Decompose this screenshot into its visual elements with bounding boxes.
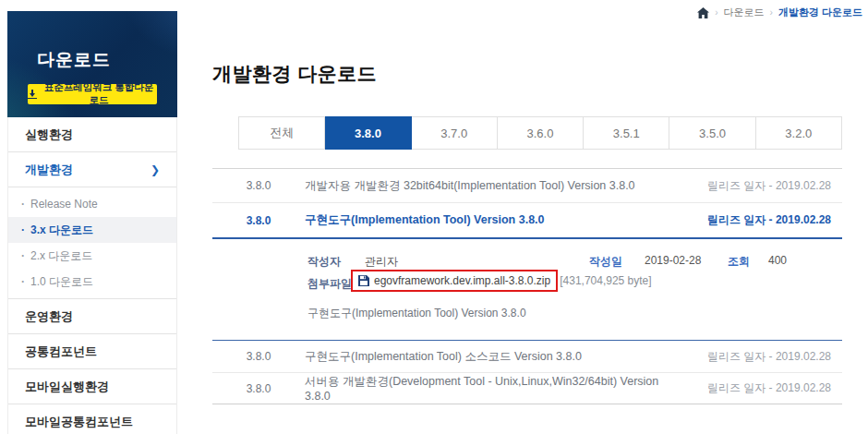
- sidebar-subitem-label: 2.x 다운로드: [30, 248, 92, 264]
- sidebar-subitem-10-download[interactable]: 1.0 다운로드: [8, 269, 176, 295]
- tab-3-5-0[interactable]: 3.5.0: [669, 116, 755, 150]
- row-title: 개발자용 개발환경 32bit64bit(Implementation Tool…: [305, 178, 671, 194]
- sidebar-subitem-label: 3.x 다운로드: [30, 223, 93, 238]
- sidebar: 다운로드 표준프레임워크 통합다운로드 실행환경 개발환경 ❯ Release …: [7, 11, 177, 434]
- attachment-size: [431,704,925 byte]: [560, 274, 651, 287]
- tab-3-7-0[interactable]: 3.7.0: [412, 116, 498, 150]
- post-body-text: 구현도구(Implementation Tool) Version 3.8.0: [307, 306, 526, 321]
- tab-all[interactable]: 전체: [238, 116, 325, 150]
- views-label: 조회: [728, 254, 750, 270]
- row-version: 3.8.0: [212, 179, 305, 192]
- sidebar-item-label: 실행환경: [25, 127, 73, 143]
- download-icon: [28, 90, 37, 99]
- sidebar-item-label: 모바일실행환경: [25, 379, 109, 395]
- table-row[interactable]: 3.8.0 개발자용 개발환경 32bit64bit(Implementatio…: [212, 169, 842, 203]
- sidebar-subitem-release-note[interactable]: Release Note: [8, 191, 176, 217]
- row-detail-panel: 작성자 관리자 작성일 2019-02-28 조회 400 첨부파일 egovf…: [212, 239, 842, 341]
- tab-3-6-0[interactable]: 3.6.0: [498, 116, 584, 150]
- attachment-filename: egovframework.dev.imp.all-3.8.0.zip: [374, 274, 550, 287]
- download-list: 3.8.0 개발자용 개발환경 32bit64bit(Implementatio…: [212, 168, 842, 404]
- floppy-disk-icon: [358, 275, 369, 286]
- author-label: 작성자: [307, 254, 341, 270]
- tab-3-5-1[interactable]: 3.5.1: [584, 116, 669, 150]
- row-release-date: 릴리즈 일자 - 2019.02.28: [671, 178, 842, 194]
- sidebar-item-mobile-common-component[interactable]: 모바일공통컴포넌트: [8, 404, 176, 434]
- breadcrumb-separator: ›: [770, 7, 773, 18]
- sidebar-header: 다운로드 표준프레임워크 통합다운로드: [7, 11, 177, 117]
- sidebar-item-dev-env[interactable]: 개발환경 ❯: [8, 152, 176, 187]
- row-title: 구현도구(Implementation Tool) 소스코드 Version 3…: [305, 349, 671, 365]
- breadcrumb-separator: ›: [715, 7, 717, 18]
- write-date-label: 작성일: [589, 254, 622, 270]
- sidebar-item-label: 운영환경: [25, 308, 73, 325]
- table-row[interactable]: 3.8.0 구현도구(Implementation Tool) 소스코드 Ver…: [212, 341, 842, 373]
- tab-3-8-0[interactable]: 3.8.0: [325, 116, 411, 150]
- tab-3-2-0[interactable]: 3.2.0: [756, 116, 842, 150]
- sidebar-item-common-component[interactable]: 공통컴포넌트: [8, 334, 176, 369]
- row-release-date: 릴리즈 일자 - 2019.02.28: [671, 212, 842, 228]
- breadcrumb-item-download[interactable]: 다운로드: [724, 6, 765, 19]
- sidebar-menu: 실행환경 개발환경 ❯ Release Note 3.x 다운로드 2.x 다운…: [7, 117, 177, 434]
- sidebar-subitem-label: 1.0 다운로드: [30, 274, 93, 290]
- row-release-date: 릴리즈 일자 - 2019.02.28: [671, 349, 842, 365]
- attachment-label: 첨부파일: [307, 276, 352, 292]
- home-icon[interactable]: [697, 7, 709, 18]
- breadcrumb-item-current: 개발환경 다운로드: [778, 6, 862, 19]
- sidebar-subitem-2x-download[interactable]: 2.x 다운로드: [8, 243, 176, 269]
- sidebar-title: 다운로드: [37, 48, 111, 72]
- page: › 다운로드 › 개발환경 다운로드 다운로드 표준프레임워크 통합다운로드 실…: [0, 0, 868, 434]
- version-tabs: 전체 3.8.0 3.7.0 3.6.0 3.5.1 3.5.0 3.2.0: [238, 116, 842, 150]
- row-title: 구현도구(Implementation Tool) Version 3.8.0: [305, 212, 671, 228]
- sidebar-subitem-label: Release Note: [30, 198, 98, 211]
- sidebar-item-label: 개발환경: [25, 162, 73, 178]
- framework-download-button[interactable]: 표준프레임워크 통합다운로드: [28, 84, 157, 104]
- views-value: 400: [768, 254, 787, 267]
- sidebar-item-label: 공통컴포넌트: [25, 344, 97, 360]
- framework-download-label: 표준프레임워크 통합다운로드: [41, 81, 157, 107]
- table-row[interactable]: 3.8.0 서버용 개발환경(Development Tool - Unix,L…: [212, 373, 842, 404]
- row-release-date: 릴리즈 일자 - 2019.02.28: [671, 380, 842, 396]
- attachment-link[interactable]: egovframework.dev.imp.all-3.8.0.zip: [351, 270, 558, 292]
- row-version: 3.8.0: [212, 350, 305, 363]
- write-date-value: 2019-02-28: [645, 254, 701, 267]
- author-value: 관리자: [365, 254, 398, 270]
- sidebar-item-operation-env[interactable]: 운영환경: [8, 299, 176, 334]
- table-row-expanded[interactable]: 3.8.0 구현도구(Implementation Tool) Version …: [212, 203, 842, 239]
- page-title: 개발환경 다운로드: [212, 61, 377, 87]
- breadcrumb: › 다운로드 › 개발환경 다운로드: [697, 6, 862, 19]
- sidebar-item-label: 모바일공통컴포넌트: [25, 414, 133, 430]
- attachment-line: egovframework.dev.imp.all-3.8.0.zip [431…: [351, 270, 652, 292]
- sidebar-item-mobile-runtime[interactable]: 모바일실행환경: [8, 369, 176, 404]
- row-title: 서버용 개발환경(Development Tool - Unix,Linux,W…: [305, 374, 671, 403]
- chevron-right-icon: ❯: [151, 163, 160, 176]
- sidebar-subitem-3x-download[interactable]: 3.x 다운로드: [8, 217, 176, 243]
- row-version: 3.8.0: [212, 214, 305, 227]
- sidebar-item-runtime[interactable]: 실행환경: [8, 117, 176, 152]
- sidebar-submenu: Release Note 3.x 다운로드 2.x 다운로드 1.0 다운로드: [8, 187, 176, 299]
- row-version: 3.8.0: [212, 382, 305, 395]
